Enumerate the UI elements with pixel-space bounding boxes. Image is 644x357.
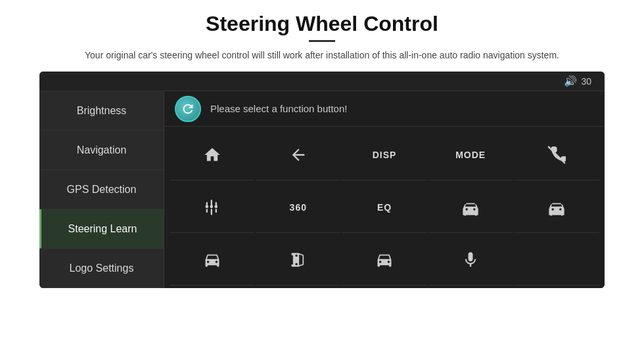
grid-cell-back[interactable]	[256, 129, 340, 180]
main-panel: Please select a function button!	[164, 91, 605, 288]
grid-cell-car-back[interactable]	[515, 182, 599, 233]
grid-cell-empty	[515, 234, 599, 285]
page-title: Steering Wheel Control	[206, 12, 438, 36]
function-prompt: Please select a function button!	[164, 91, 605, 127]
svg-rect-5	[206, 209, 207, 213]
grid-cell-eq-sliders[interactable]	[170, 182, 254, 233]
sidebar-item-brightness[interactable]: Brightness	[39, 91, 164, 131]
grid-cell-car-top2[interactable]	[342, 234, 426, 285]
svg-point-9	[214, 205, 218, 208]
device-body: Brightness Navigation GPS Detection Stee…	[39, 91, 605, 288]
device-frame: 🔊 30 Brightness Navigation GPS Detection…	[39, 72, 605, 288]
device-top-bar: 🔊 30	[39, 72, 605, 91]
grid-cell-mode[interactable]: MODE	[428, 129, 513, 180]
grid-cell-home[interactable]	[170, 129, 254, 180]
button-grid: DISP MODE	[164, 127, 605, 288]
refresh-button[interactable]	[175, 96, 201, 122]
grid-cell-eq[interactable]: EQ	[342, 182, 426, 233]
svg-rect-1	[210, 200, 212, 205]
sidebar: Brightness Navigation GPS Detection Stee…	[39, 91, 164, 288]
sidebar-item-steering-learn[interactable]: Steering Learn	[39, 209, 164, 249]
eq-label: EQ	[377, 202, 392, 213]
grid-cell-car-front[interactable]	[428, 182, 513, 233]
grid-cell-360[interactable]: 360	[256, 182, 340, 233]
svg-point-3	[210, 205, 213, 208]
grid-cell-phone-off[interactable]	[515, 129, 599, 180]
grid-cell-car-top[interactable]	[170, 234, 254, 285]
grid-cell-mic[interactable]	[428, 234, 513, 285]
svg-rect-8	[215, 209, 216, 213]
sidebar-item-gps-detection[interactable]: GPS Detection	[39, 170, 164, 209]
page-subtitle: Your original car's steering wheel contr…	[85, 49, 559, 62]
label-360: 360	[290, 202, 307, 213]
prompt-text: Please select a function button!	[210, 103, 347, 114]
disp-label: DISP	[373, 150, 397, 160]
volume-icon: 🔊	[564, 75, 577, 87]
page-wrapper: Steering Wheel Control Your original car…	[0, 0, 644, 357]
mode-label: MODE	[455, 150, 486, 160]
grid-cell-car-side[interactable]	[256, 234, 340, 285]
volume-area: 🔊 30	[564, 75, 591, 87]
grid-cell-disp[interactable]: DISP	[342, 129, 426, 180]
sidebar-item-navigation[interactable]: Navigation	[39, 131, 164, 170]
title-divider	[309, 40, 335, 42]
sidebar-item-logo-settings[interactable]: Logo Settings	[39, 249, 164, 288]
svg-point-6	[205, 205, 208, 208]
svg-rect-2	[210, 209, 212, 215]
volume-value: 30	[581, 76, 591, 87]
